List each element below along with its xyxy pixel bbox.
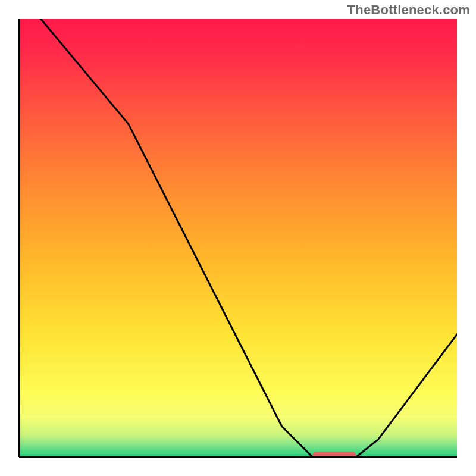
optimal-marker <box>312 452 356 460</box>
bottleneck-chart <box>0 0 476 476</box>
watermark-text: TheBottleneck.com <box>347 2 470 18</box>
plot-background <box>19 19 457 457</box>
